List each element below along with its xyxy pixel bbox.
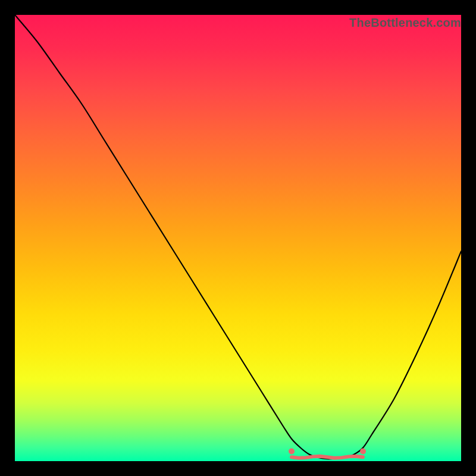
curve-svg: [15, 15, 461, 461]
optimal-range-marker-start: [289, 449, 295, 455]
bottleneck-curve-path: [15, 15, 461, 459]
optimal-range-band: [292, 456, 363, 458]
optimal-range-marker-end: [360, 449, 366, 455]
bottleneck-chart: TheBottleneck.com: [15, 15, 461, 461]
